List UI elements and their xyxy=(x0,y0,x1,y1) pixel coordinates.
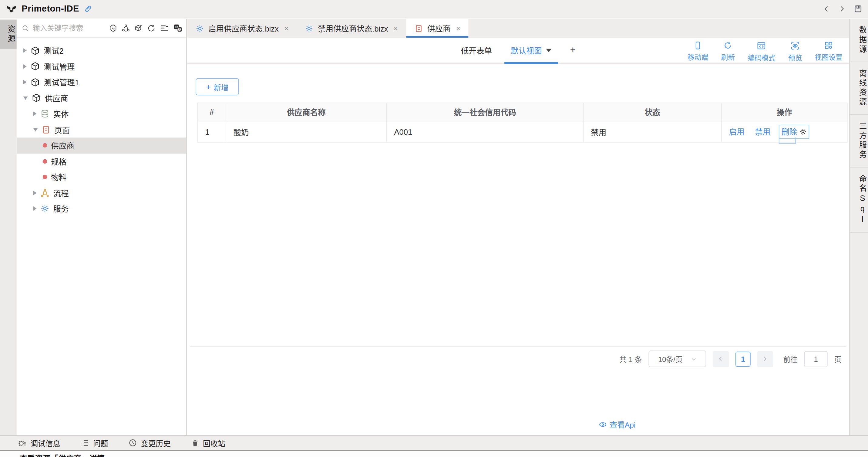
column-header-status: 状态 xyxy=(584,103,721,121)
tree-item-supplier-module[interactable]: 供应商 xyxy=(17,90,186,106)
cell-name: 酸奶 xyxy=(226,121,387,142)
collapsed-caret-icon[interactable] xyxy=(23,64,27,69)
page-size-select[interactable]: 10条/页 xyxy=(648,351,706,367)
status-item-label: 变更历史 xyxy=(141,437,171,449)
tree-item-label: 页面 xyxy=(54,124,70,135)
tree-item-test-mgmt[interactable]: 测试管理 xyxy=(17,59,186,74)
tree-item-test2[interactable]: 测试2 xyxy=(17,43,186,59)
code-icon xyxy=(757,41,766,50)
tree-item-test-mgmt1[interactable]: 测试管理1 xyxy=(17,74,186,90)
plus-icon: + xyxy=(206,83,211,91)
file-tab-disable-supplier[interactable]: 禁用供应商状态.bizx × xyxy=(297,19,406,38)
refresh-button[interactable]: 刷新 xyxy=(721,41,735,62)
disable-action-link[interactable]: 禁用 xyxy=(755,127,770,136)
change-history-button[interactable]: 变更历史 xyxy=(129,437,171,449)
delete-action-link[interactable]: 删除 xyxy=(781,126,797,137)
preview-eye-icon xyxy=(790,41,800,50)
link-icon[interactable] xyxy=(84,5,93,13)
tree-item-label: 供应商 xyxy=(45,93,68,104)
cell-actions: 启用禁用删除 xyxy=(721,121,847,142)
view-settings-button[interactable]: 视图设置 xyxy=(815,41,842,62)
history-clock-icon xyxy=(129,439,137,447)
sidebar-tools: AI En文 xyxy=(108,23,182,33)
expanded-caret-icon[interactable] xyxy=(23,96,28,100)
left-rail: 资源 xyxy=(0,19,17,435)
tree-item-spec-page[interactable]: 规格 xyxy=(17,153,186,169)
tab-default-view-label: 默认视图 xyxy=(511,44,542,56)
rail-tab-named-sql[interactable]: 命名Sql xyxy=(850,167,868,233)
collapsed-caret-icon[interactable] xyxy=(23,48,27,53)
status-bar: 调试信息 问题 变更历史 回收站 xyxy=(0,435,868,450)
toolbar-action-label: 刷新 xyxy=(721,52,735,62)
search-icon xyxy=(22,24,29,32)
file-tab-strip: 启用供应商状态.bizx × 禁用供应商状态.bizx × 供应商 × xyxy=(187,19,849,38)
gear-icon[interactable] xyxy=(799,128,806,135)
prev-page-button[interactable] xyxy=(713,351,729,367)
rail-tab-resources[interactable]: 资源 xyxy=(0,20,17,49)
primeton-logo xyxy=(5,3,17,14)
rail-tab-offline-resources[interactable]: 离线资源 xyxy=(850,62,868,115)
svg-text:AI: AI xyxy=(112,26,115,30)
red-dot-icon xyxy=(43,175,47,179)
collapsed-caret-icon[interactable] xyxy=(33,206,37,211)
refresh-icon[interactable] xyxy=(147,24,156,32)
file-tab-supplier[interactable]: 供应商 × xyxy=(406,19,469,38)
tree-item-label: 测试管理 xyxy=(44,61,74,72)
panel-divider xyxy=(190,346,846,346)
expanded-caret-icon[interactable] xyxy=(33,128,38,131)
table-row: 1 酸奶 A001 禁用 启用禁用删除 xyxy=(198,121,847,142)
file-tab-enable-supplier[interactable]: 启用供应商状态.bizx × xyxy=(187,19,297,38)
chevron-right-icon[interactable] xyxy=(838,5,846,13)
refresh-icon xyxy=(724,41,733,50)
close-icon[interactable]: × xyxy=(394,24,398,32)
top-header: Primeton-IDE xyxy=(0,0,868,18)
tree-item-entity[interactable]: 实体 xyxy=(17,106,186,122)
sidebar-search-row: AI En文 xyxy=(17,19,186,38)
tree-item-supplier-page[interactable]: 供应商 xyxy=(17,138,186,153)
gear-icon xyxy=(305,24,313,32)
add-view-button[interactable]: + xyxy=(570,44,576,56)
rail-tab-third-party-services[interactable]: 三方服务 xyxy=(850,115,868,167)
enable-action-link[interactable]: 启用 xyxy=(729,127,744,136)
goto-page-input[interactable] xyxy=(804,351,828,367)
tree-item-flow[interactable]: 流程 xyxy=(17,185,186,201)
cell-status: 禁用 xyxy=(584,121,721,142)
sort-icon[interactable] xyxy=(159,23,169,33)
chevron-left-icon[interactable] xyxy=(823,5,830,13)
toolbar-action-label: 编码模式 xyxy=(748,52,775,63)
search-input[interactable] xyxy=(33,24,86,32)
tab-default-view[interactable]: 默认视图 xyxy=(511,38,551,62)
mobile-view-button[interactable]: 移动端 xyxy=(687,41,709,62)
debug-info-button[interactable]: 调试信息 xyxy=(18,437,60,449)
view-settings-icon xyxy=(824,41,833,50)
tree-item-pages[interactable]: 页面 xyxy=(17,122,186,138)
collapsed-caret-icon[interactable] xyxy=(23,80,27,85)
ai-icon[interactable]: AI xyxy=(108,24,117,32)
current-page-button[interactable]: 1 xyxy=(736,352,750,366)
view-api-link[interactable]: 查看Api xyxy=(599,419,636,430)
workbench: 低开表单 默认视图 + 移动端 刷新 编码模式 xyxy=(187,38,849,435)
tree-item-material-page[interactable]: 物料 xyxy=(17,169,186,185)
preview-button[interactable]: 预览 xyxy=(788,41,802,62)
tree-item-label: 流程 xyxy=(53,187,68,199)
status-item-label: 调试信息 xyxy=(31,437,61,449)
close-icon[interactable]: × xyxy=(456,24,460,32)
save-icon[interactable] xyxy=(854,5,863,13)
add-record-button[interactable]: + 新增 xyxy=(196,78,239,96)
code-mode-button[interactable]: 编码模式 xyxy=(748,41,775,62)
collapsed-caret-icon[interactable] xyxy=(33,112,37,116)
tree-item-label: 测试2 xyxy=(44,45,63,56)
chevron-left-icon xyxy=(718,355,724,362)
collapsed-caret-icon[interactable] xyxy=(33,190,37,195)
relation-graph-icon[interactable] xyxy=(121,24,130,32)
add-module-icon[interactable] xyxy=(134,24,143,32)
next-page-button[interactable] xyxy=(757,351,773,367)
rail-tab-datasource[interactable]: 数据源 xyxy=(850,19,868,62)
tab-low-code-form[interactable]: 低开表单 xyxy=(461,38,492,62)
close-icon[interactable]: × xyxy=(284,24,288,32)
translate-icon[interactable]: En文 xyxy=(173,23,182,33)
recycle-bin-button[interactable]: 回收站 xyxy=(191,437,225,449)
tree-item-services[interactable]: 服务 xyxy=(17,201,186,217)
problems-button[interactable]: 问题 xyxy=(81,437,108,449)
cell-index: 1 xyxy=(198,121,226,142)
